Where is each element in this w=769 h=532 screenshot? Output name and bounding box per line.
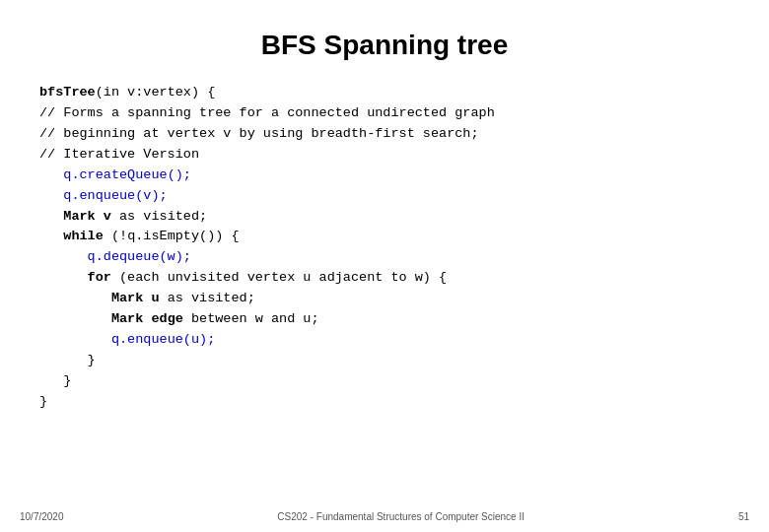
method-enqueue-v: q.enqueue(v);: [63, 188, 167, 203]
code-line-9: q.dequeue(w);: [39, 247, 730, 268]
code-line-14: }: [39, 351, 730, 371]
code-line-1: bfsTree(in v:vertex) {: [39, 83, 730, 103]
code-block: bfsTree(in v:vertex) { // Forms a spanni…: [39, 83, 730, 413]
method-dequeue: q.dequeue(w);: [88, 249, 191, 264]
code-line-11: Mark u as visited;: [39, 289, 730, 309]
code-line-7: Mark v as visited;: [39, 207, 730, 228]
code-line-13: q.enqueue(u);: [39, 330, 730, 351]
code-line-2: // Forms a spanning tree for a connected…: [39, 103, 730, 124]
keyword-mark-v: Mark v: [63, 209, 111, 224]
code-line-15: }: [39, 371, 730, 392]
footer: 10/7/2020 CS202 - Fundamental Structures…: [20, 511, 749, 522]
keyword-mark-edge: Mark edge: [111, 311, 183, 326]
code-line-5: q.createQueue();: [39, 166, 730, 186]
keyword-while: while: [63, 229, 104, 243]
code-line-3: // beginning at vertex v by using breadt…: [39, 124, 730, 145]
method-createQueue: q.createQueue();: [63, 167, 191, 182]
footer-page: 51: [738, 511, 749, 522]
code-line-6: q.enqueue(v);: [39, 186, 730, 207]
footer-date: 10/7/2020: [20, 511, 64, 522]
keyword-for: for: [88, 270, 111, 285]
page-title: BFS Spanning tree: [39, 30, 730, 61]
method-enqueue-u: q.enqueue(u);: [111, 332, 215, 347]
slide: BFS Spanning tree bfsTree(in v:vertex) {…: [0, 0, 769, 532]
code-line-16: }: [39, 392, 730, 413]
code-line-4: // Iterative Version: [39, 145, 730, 166]
code-line-12: Mark edge between w and u;: [39, 309, 730, 330]
keyword-mark-u: Mark u: [111, 291, 160, 305]
code-line-8: while (!q.isEmpty()) {: [39, 227, 730, 247]
keyword-bfsTree: bfsTree: [39, 85, 96, 100]
footer-course: CS202 - Fundamental Structures of Comput…: [277, 511, 524, 522]
code-line-10: for (each unvisited vertex u adjacent to…: [39, 268, 730, 289]
